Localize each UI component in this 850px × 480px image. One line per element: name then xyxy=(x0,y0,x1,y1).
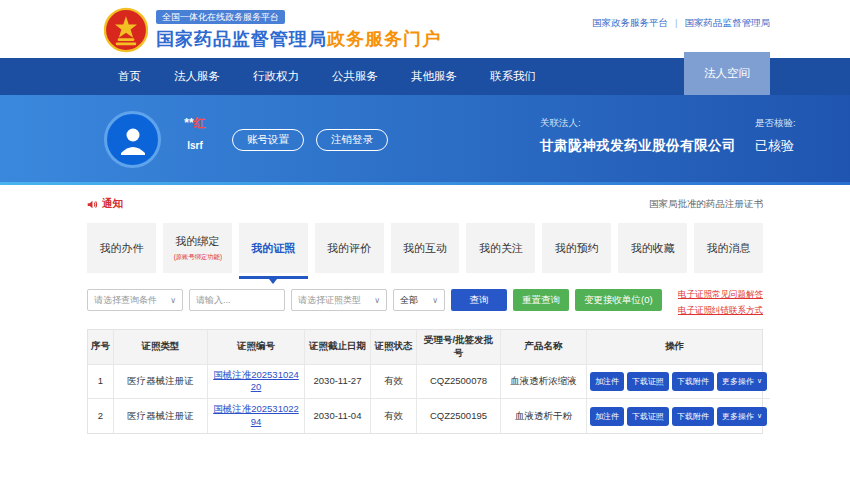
cell-status: 有效 xyxy=(371,399,417,433)
top-link-divider: | xyxy=(675,17,677,28)
certificates-table: 序号 证照类型 证照编号 证照截止日期 证照状态 受理号/批签发批号 产品名称 … xyxy=(87,329,763,434)
notice-left[interactable]: 通知 xyxy=(87,197,123,211)
cell-type: 医疗器械注册证 xyxy=(114,365,208,400)
national-emblem-icon xyxy=(104,7,148,53)
tab-my-messages[interactable]: 我的消息 xyxy=(694,223,763,273)
verify-status: 已核验 xyxy=(755,137,796,155)
col-receipt: 受理号/批签发批号 xyxy=(417,330,501,365)
nav-item-public-services[interactable]: 公共服务 xyxy=(332,69,378,84)
top-links: 国家政务服务平台|国家药品监督管理局 xyxy=(592,17,770,30)
add-annotation-button[interactable]: 加注件 xyxy=(590,372,624,391)
user-login-name: lsrf xyxy=(172,140,218,151)
query-condition-select[interactable]: 请选择查询条件 ∨ xyxy=(87,289,183,311)
download-certificate-button[interactable]: 下载证照 xyxy=(627,407,669,426)
tab-my-binding[interactable]: 我的绑定 (原账号绑定功能) xyxy=(163,223,232,273)
main-content: 通知 国家局批准的药品注册证书 我的办件 我的绑定 (原账号绑定功能) 我的证照… xyxy=(87,185,763,434)
cell-seq: 2 xyxy=(88,399,114,433)
nav-item-contact-us[interactable]: 联系我们 xyxy=(490,69,536,84)
legal-person-space-button[interactable]: 法人空间 xyxy=(684,52,770,95)
cell-product: 血液透析浓缩液 xyxy=(501,365,587,400)
cell-type: 医疗器械注册证 xyxy=(114,399,208,433)
keyword-input[interactable] xyxy=(189,289,285,311)
more-actions-label: 更多操作 xyxy=(722,411,754,422)
filter-bar: 请选择查询条件 ∨ 请选择证照类型 ∨ 全部 ∨ 查询 重置查询 变更接收单位(… xyxy=(87,289,763,317)
table-row: 2 医疗器械注册证 国械注准20253102294 2030-11-04 有效 … xyxy=(88,399,762,433)
more-actions-label: 更多操作 xyxy=(722,376,754,387)
top-link-nmpa[interactable]: 国家药品监督管理局 xyxy=(685,17,771,28)
nav-items: 首页 法人服务 行政权力 公共服务 其他服务 联系我们 xyxy=(118,58,536,95)
top-link-gov-platform[interactable]: 国家政务服务平台 xyxy=(592,17,668,28)
tab-my-appointments[interactable]: 我的预约 xyxy=(542,223,611,273)
tab-label: 我的绑定 xyxy=(175,234,219,249)
user-icon xyxy=(116,123,150,157)
tab-label: 我的预约 xyxy=(555,241,599,256)
tabs: 我的办件 我的绑定 (原账号绑定功能) 我的证照 我的评价 我的互动 我的关注 … xyxy=(87,223,763,273)
site-title-main: 国家药品监督管理局 xyxy=(156,29,327,49)
scope-select[interactable]: 全部 ∨ xyxy=(393,289,445,311)
nav-item-admin-power[interactable]: 行政权力 xyxy=(253,69,299,84)
tab-my-interactions[interactable]: 我的互动 xyxy=(391,223,460,273)
tab-label: 我的互动 xyxy=(403,241,447,256)
tab-my-certificates[interactable]: 我的证照 xyxy=(239,223,308,273)
tab-my-favorites[interactable]: 我的收藏 xyxy=(618,223,687,273)
row-actions: 加注件 下载证照 下载附件 更多操作 ∨ xyxy=(590,372,767,391)
notice-row: 通知 国家局批准的药品注册证书 xyxy=(87,195,763,213)
site-title: 国家药品监督管理局政务服务门户 xyxy=(156,27,441,51)
tab-label: 我的证照 xyxy=(251,241,295,256)
chevron-down-icon: ∨ xyxy=(757,377,762,385)
table-header-row: 序号 证照类型 证照编号 证照截止日期 证照状态 受理号/批签发批号 产品名称 … xyxy=(88,330,762,365)
chevron-down-icon: ∨ xyxy=(374,296,380,305)
cell-status: 有效 xyxy=(371,365,417,400)
download-certificate-button[interactable]: 下载证照 xyxy=(627,372,669,391)
avatar[interactable] xyxy=(104,111,161,168)
reset-query-button[interactable]: 重置查询 xyxy=(513,289,569,311)
col-type: 证照类型 xyxy=(114,330,208,365)
related-entity-name: 甘肃陇神戎发药业股份有限公司 xyxy=(540,137,736,155)
logout-button[interactable]: 注销登录 xyxy=(316,129,388,151)
col-seq: 序号 xyxy=(88,330,114,365)
more-actions-button[interactable]: 更多操作 ∨ xyxy=(717,407,767,426)
account-settings-button[interactable]: 账号设置 xyxy=(232,129,304,151)
certificate-number-link[interactable]: 国械注准20253102420 xyxy=(211,369,301,395)
certificate-type-select[interactable]: 请选择证照类型 ∨ xyxy=(291,289,387,311)
cell-receipt: CQZ2500078 xyxy=(417,365,501,400)
user-display-name: **红 xyxy=(172,115,218,132)
download-attachment-button[interactable]: 下载附件 xyxy=(672,372,714,391)
nav-item-legal-services[interactable]: 法人服务 xyxy=(174,69,220,84)
more-actions-button[interactable]: 更多操作 ∨ xyxy=(717,372,767,391)
tab-my-items[interactable]: 我的办件 xyxy=(87,223,156,273)
table-row: 1 医疗器械注册证 国械注准20253102420 2030-11-27 有效 … xyxy=(88,365,762,400)
banner-bottom-strip xyxy=(0,182,850,185)
tab-label: 我的收藏 xyxy=(631,241,675,256)
download-attachment-button[interactable]: 下载附件 xyxy=(672,407,714,426)
related-entity-block: 关联法人: 甘肃陇神戎发药业股份有限公司 xyxy=(540,117,736,155)
nav-item-other-services[interactable]: 其他服务 xyxy=(411,69,457,84)
user-banner: **红 lsrf 账号设置 注销登录 关联法人: 甘肃陇神戎发药业股份有限公司 … xyxy=(0,95,850,185)
certificate-number-link[interactable]: 国械注准20253102294 xyxy=(211,403,301,429)
chevron-down-icon: ∨ xyxy=(757,412,762,420)
active-tab-indicator xyxy=(239,276,308,279)
certificate-contact-link[interactable]: 电子证照纠错联系方式 xyxy=(678,305,763,317)
row-actions: 加注件 下载证照 下载附件 更多操作 ∨ xyxy=(590,407,767,426)
brand-text: 全国一体化在线政务服务平台 国家药品监督管理局政务服务门户 xyxy=(156,7,441,51)
tab-label: 我的办件 xyxy=(99,241,143,256)
col-number: 证照编号 xyxy=(208,330,305,365)
site-title-accent: 政务服务门户 xyxy=(327,29,441,49)
query-button[interactable]: 查询 xyxy=(451,289,507,311)
tab-label: 我的关注 xyxy=(479,241,523,256)
top-header: 全国一体化在线政务服务平台 国家药品监督管理局政务服务门户 国家政务服务平台|国… xyxy=(0,0,850,58)
user-name-mask: ** xyxy=(184,116,193,130)
notice-right-text[interactable]: 国家局批准的药品注册证书 xyxy=(649,198,763,211)
platform-badge: 全国一体化在线政务服务平台 xyxy=(156,10,285,24)
certificate-type-value: 请选择证照类型 xyxy=(298,294,361,307)
user-name-char: 红 xyxy=(194,116,206,130)
cell-product: 血液透析干粉 xyxy=(501,399,587,433)
nav-item-home[interactable]: 首页 xyxy=(118,69,141,84)
tab-my-reviews[interactable]: 我的评价 xyxy=(315,223,384,273)
tab-my-follows[interactable]: 我的关注 xyxy=(466,223,535,273)
notice-label: 通知 xyxy=(102,197,123,211)
speaker-icon xyxy=(87,199,98,210)
add-annotation-button[interactable]: 加注件 xyxy=(590,407,624,426)
certificate-faq-link[interactable]: 电子证照常见问题解答 xyxy=(678,289,763,301)
change-receiver-button[interactable]: 变更接收单位(0) xyxy=(575,289,662,311)
